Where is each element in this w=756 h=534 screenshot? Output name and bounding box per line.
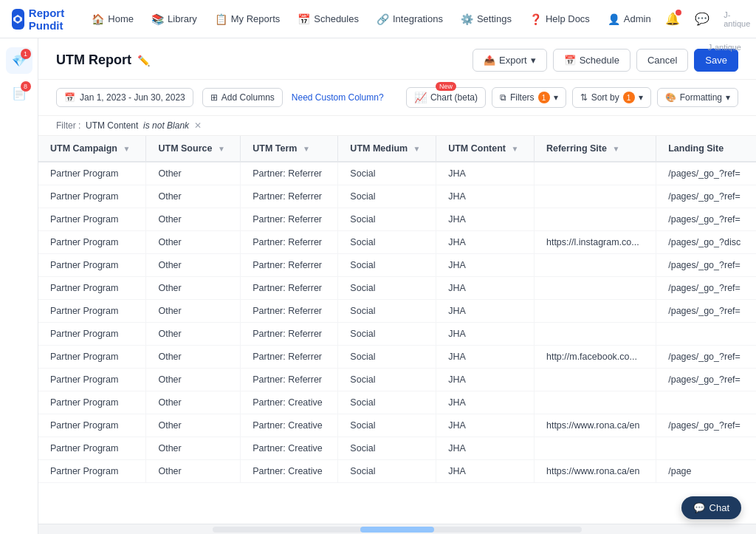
svg-point-0	[16, 17, 20, 21]
reports-icon: 📋	[215, 13, 227, 25]
custom-column-link[interactable]: Need Custom Column?	[292, 92, 384, 103]
cell-0-4: JHA	[436, 162, 535, 185]
col-utm-medium[interactable]: UTM Medium ▼	[338, 136, 436, 162]
nav-my-reports[interactable]: 📋 My Reports	[207, 9, 287, 30]
cell-7-6	[656, 323, 756, 346]
cell-13-3: Social	[338, 460, 436, 483]
nav-help[interactable]: ❓ Help Docs	[522, 9, 597, 30]
formatting-button[interactable]: 🎨 Formatting ▾	[657, 88, 738, 107]
cell-2-3: Social	[338, 208, 436, 231]
cell-7-1: Other	[146, 323, 241, 346]
toolbar: 📅 Jan 1, 2023 - Jun 30, 2023 ⊞ Add Colum…	[38, 80, 756, 116]
report-title-text: UTM Report	[56, 52, 131, 68]
chart-icon: 📈	[414, 92, 427, 103]
filter-field: UTM Content	[86, 120, 138, 131]
cell-7-5	[534, 323, 656, 346]
cell-6-0: Partner Program	[38, 300, 146, 323]
cell-9-1: Other	[146, 369, 241, 391]
filter-remove-btn[interactable]: ✕	[194, 120, 202, 131]
table-row: Partner ProgramOtherPartner: CreativeSoc…	[38, 391, 756, 414]
save-button[interactable]: Save	[694, 49, 738, 72]
scroll-thumb[interactable]	[360, 527, 434, 533]
nav-schedules[interactable]: 📅 Schedules	[290, 9, 366, 30]
cell-3-4: JHA	[436, 231, 535, 254]
sort-chevron: ▾	[639, 92, 643, 103]
cell-7-3: Social	[338, 323, 436, 346]
table-row: Partner ProgramOtherPartner: ReferrerSoc…	[38, 254, 756, 277]
cell-5-0: Partner Program	[38, 277, 146, 300]
cell-7-2: Partner: Referrer	[241, 323, 338, 346]
export-button[interactable]: 📤 Export ▾	[472, 49, 547, 72]
cell-1-3: Social	[338, 185, 436, 208]
cell-3-6: /pages/_go_?disc	[656, 231, 756, 254]
add-columns-button[interactable]: ⊞ Add Columns	[202, 88, 283, 107]
columns-icon: ⊞	[210, 92, 218, 103]
format-icon: 🎨	[665, 92, 676, 103]
sidebar: 💎 1 📄 8	[0, 38, 38, 534]
table-row: Partner ProgramOtherPartner: ReferrerSoc…	[38, 231, 756, 254]
cell-8-2: Partner: Referrer	[241, 346, 338, 369]
cell-11-0: Partner Program	[38, 414, 146, 437]
cell-8-0: Partner Program	[38, 346, 146, 369]
cell-8-3: Social	[338, 346, 436, 369]
nav-settings[interactable]: ⚙️ Settings	[453, 9, 519, 30]
col-utm-term[interactable]: UTM Term ▼	[241, 136, 338, 162]
schedule-button[interactable]: 📅 Schedule	[553, 49, 630, 72]
col-referring-site[interactable]: Referring Site ▼	[534, 136, 656, 162]
cell-2-1: Other	[146, 208, 241, 231]
cell-13-1: Other	[146, 460, 241, 483]
cell-11-2: Partner: Creative	[241, 414, 338, 437]
cell-1-0: Partner Program	[38, 185, 146, 208]
scroll-track	[213, 527, 582, 533]
sidebar-btn-gem[interactable]: 💎 1	[6, 47, 32, 74]
sidebar-btn-doc[interactable]: 📄 8	[6, 80, 32, 106]
col-utm-content[interactable]: UTM Content ▼	[436, 136, 535, 162]
sort-button[interactable]: ⇅ Sort by 1 ▾	[572, 87, 651, 108]
table-row: Partner ProgramOtherPartner: ReferrerSoc…	[38, 323, 756, 346]
cell-3-1: Other	[146, 231, 241, 254]
table-row: Partner ProgramOtherPartner: CreativeSoc…	[38, 460, 756, 483]
cell-10-0: Partner Program	[38, 391, 146, 414]
brand-logo[interactable]: Report Pundit	[12, 7, 72, 32]
main-content: UTM Report ✏️ 📤 Export ▾ 📅 Schedule Canc…	[38, 38, 756, 534]
brand-icon	[12, 9, 24, 30]
chat-button[interactable]: 💬 Chat	[681, 496, 741, 519]
filters-button[interactable]: ⧉ Filters 1 ▾	[492, 87, 566, 108]
cell-0-5	[534, 162, 656, 185]
top-nav: Report Pundit 🏠 Home 📚 Library 📋 My Repo…	[0, 0, 756, 38]
chart-button[interactable]: New 📈 Chart (beta)	[406, 87, 486, 108]
cell-4-0: Partner Program	[38, 254, 146, 277]
nav-admin[interactable]: 👤 Admin	[600, 9, 659, 30]
admin-icon: 👤	[608, 13, 620, 25]
cell-12-5	[534, 437, 656, 460]
cell-12-2: Partner: Creative	[241, 437, 338, 460]
gem-badge: 1	[21, 49, 31, 59]
notifications-btn[interactable]: 🔔	[662, 7, 684, 32]
col-utm-source[interactable]: UTM Source ▼	[146, 136, 241, 162]
horizontal-scrollbar[interactable]	[38, 524, 756, 534]
cell-4-5	[534, 254, 656, 277]
nav-integrations[interactable]: 🔗 Integrations	[369, 9, 450, 30]
table-row: Partner ProgramOtherPartner: ReferrerSoc…	[38, 208, 756, 231]
cell-0-0: Partner Program	[38, 162, 146, 185]
cell-5-1: Other	[146, 277, 241, 300]
export-chevron: ▾	[531, 55, 536, 66]
calendar-icon: 📅	[64, 92, 75, 103]
cell-2-0: Partner Program	[38, 208, 146, 231]
cell-1-4: JHA	[436, 185, 535, 208]
cell-11-5: https://www.rona.ca/en	[534, 414, 656, 437]
cell-6-6: /pages/_go_?ref=	[656, 300, 756, 323]
nav-library[interactable]: 📚 Library	[144, 9, 205, 30]
cancel-button[interactable]: Cancel	[636, 49, 688, 72]
col-landing-site[interactable]: Landing Site	[656, 136, 756, 162]
cell-13-2: Partner: Creative	[241, 460, 338, 483]
cell-4-6: /pages/_go_?ref=	[656, 254, 756, 277]
cell-12-1: Other	[146, 437, 241, 460]
cell-5-6: /pages/_go_?ref=	[656, 277, 756, 300]
nav-home[interactable]: 🏠 Home	[84, 9, 141, 30]
date-range-picker[interactable]: 📅 Jan 1, 2023 - Jun 30, 2023	[56, 88, 193, 107]
edit-title-btn[interactable]: ✏️	[137, 55, 150, 66]
cell-2-2: Partner: Referrer	[241, 208, 338, 231]
chat-nav-btn[interactable]: 💬	[690, 7, 713, 32]
col-utm-campaign[interactable]: UTM Campaign ▼	[38, 136, 146, 162]
